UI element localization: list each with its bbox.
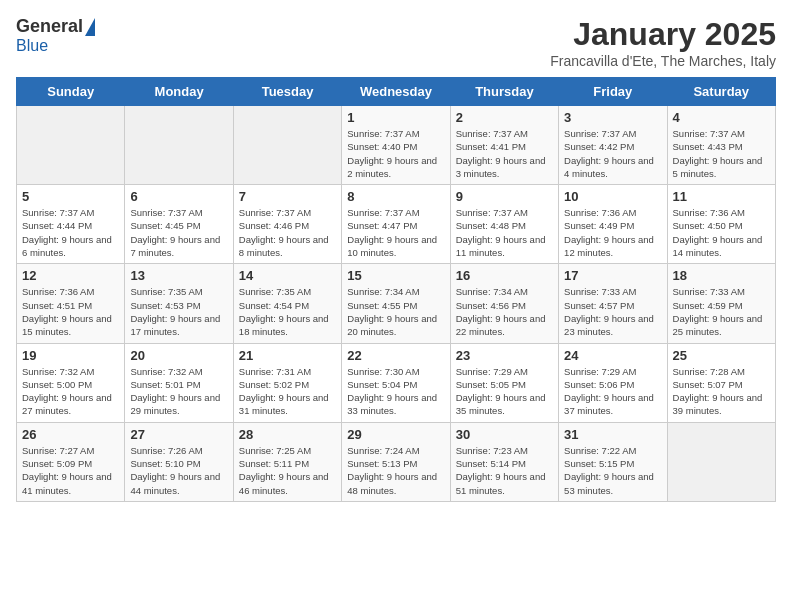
header: General Blue January 2025 Francavilla d'…: [16, 16, 776, 69]
calendar-cell: 4Sunrise: 7:37 AMSunset: 4:43 PMDaylight…: [667, 106, 775, 185]
day-number: 6: [130, 189, 227, 204]
calendar-cell: 23Sunrise: 7:29 AMSunset: 5:05 PMDayligh…: [450, 343, 558, 422]
calendar-cell: 31Sunrise: 7:22 AMSunset: 5:15 PMDayligh…: [559, 422, 667, 501]
day-number: 30: [456, 427, 553, 442]
weekday-header-monday: Monday: [125, 78, 233, 106]
day-number: 29: [347, 427, 444, 442]
calendar-cell: 19Sunrise: 7:32 AMSunset: 5:00 PMDayligh…: [17, 343, 125, 422]
day-info: Sunrise: 7:23 AMSunset: 5:14 PMDaylight:…: [456, 444, 553, 497]
day-info: Sunrise: 7:37 AMSunset: 4:41 PMDaylight:…: [456, 127, 553, 180]
day-number: 31: [564, 427, 661, 442]
weekday-header-thursday: Thursday: [450, 78, 558, 106]
weekday-header-friday: Friday: [559, 78, 667, 106]
day-number: 7: [239, 189, 336, 204]
day-info: Sunrise: 7:34 AMSunset: 4:56 PMDaylight:…: [456, 285, 553, 338]
location-subtitle: Francavilla d'Ete, The Marches, Italy: [550, 53, 776, 69]
calendar-cell: 14Sunrise: 7:35 AMSunset: 4:54 PMDayligh…: [233, 264, 341, 343]
day-info: Sunrise: 7:27 AMSunset: 5:09 PMDaylight:…: [22, 444, 119, 497]
calendar-cell: 6Sunrise: 7:37 AMSunset: 4:45 PMDaylight…: [125, 185, 233, 264]
day-number: 4: [673, 110, 770, 125]
day-number: 15: [347, 268, 444, 283]
calendar-cell: 7Sunrise: 7:37 AMSunset: 4:46 PMDaylight…: [233, 185, 341, 264]
day-info: Sunrise: 7:29 AMSunset: 5:05 PMDaylight:…: [456, 365, 553, 418]
day-number: 24: [564, 348, 661, 363]
calendar-cell: 20Sunrise: 7:32 AMSunset: 5:01 PMDayligh…: [125, 343, 233, 422]
calendar-cell: [125, 106, 233, 185]
day-info: Sunrise: 7:37 AMSunset: 4:43 PMDaylight:…: [673, 127, 770, 180]
calendar-cell: 2Sunrise: 7:37 AMSunset: 4:41 PMDaylight…: [450, 106, 558, 185]
day-info: Sunrise: 7:32 AMSunset: 5:01 PMDaylight:…: [130, 365, 227, 418]
calendar-cell: 12Sunrise: 7:36 AMSunset: 4:51 PMDayligh…: [17, 264, 125, 343]
day-info: Sunrise: 7:25 AMSunset: 5:11 PMDaylight:…: [239, 444, 336, 497]
calendar-cell: 5Sunrise: 7:37 AMSunset: 4:44 PMDaylight…: [17, 185, 125, 264]
calendar-cell: 27Sunrise: 7:26 AMSunset: 5:10 PMDayligh…: [125, 422, 233, 501]
calendar-cell: 13Sunrise: 7:35 AMSunset: 4:53 PMDayligh…: [125, 264, 233, 343]
calendar-cell: 30Sunrise: 7:23 AMSunset: 5:14 PMDayligh…: [450, 422, 558, 501]
day-info: Sunrise: 7:30 AMSunset: 5:04 PMDaylight:…: [347, 365, 444, 418]
day-number: 19: [22, 348, 119, 363]
day-info: Sunrise: 7:37 AMSunset: 4:42 PMDaylight:…: [564, 127, 661, 180]
day-info: Sunrise: 7:35 AMSunset: 4:54 PMDaylight:…: [239, 285, 336, 338]
day-number: 10: [564, 189, 661, 204]
day-info: Sunrise: 7:24 AMSunset: 5:13 PMDaylight:…: [347, 444, 444, 497]
calendar-cell: 21Sunrise: 7:31 AMSunset: 5:02 PMDayligh…: [233, 343, 341, 422]
day-info: Sunrise: 7:31 AMSunset: 5:02 PMDaylight:…: [239, 365, 336, 418]
logo-blue-text: Blue: [16, 37, 48, 55]
calendar-cell: 25Sunrise: 7:28 AMSunset: 5:07 PMDayligh…: [667, 343, 775, 422]
logo-general-text: General: [16, 16, 83, 37]
day-number: 12: [22, 268, 119, 283]
logo: General Blue: [16, 16, 95, 55]
calendar-cell: 24Sunrise: 7:29 AMSunset: 5:06 PMDayligh…: [559, 343, 667, 422]
day-number: 5: [22, 189, 119, 204]
calendar-cell: 11Sunrise: 7:36 AMSunset: 4:50 PMDayligh…: [667, 185, 775, 264]
calendar-cell: 3Sunrise: 7:37 AMSunset: 4:42 PMDaylight…: [559, 106, 667, 185]
day-info: Sunrise: 7:34 AMSunset: 4:55 PMDaylight:…: [347, 285, 444, 338]
calendar-cell: 16Sunrise: 7:34 AMSunset: 4:56 PMDayligh…: [450, 264, 558, 343]
calendar-cell: 26Sunrise: 7:27 AMSunset: 5:09 PMDayligh…: [17, 422, 125, 501]
calendar-week-row: 19Sunrise: 7:32 AMSunset: 5:00 PMDayligh…: [17, 343, 776, 422]
day-number: 2: [456, 110, 553, 125]
day-info: Sunrise: 7:36 AMSunset: 4:50 PMDaylight:…: [673, 206, 770, 259]
day-number: 21: [239, 348, 336, 363]
calendar-cell: 1Sunrise: 7:37 AMSunset: 4:40 PMDaylight…: [342, 106, 450, 185]
day-info: Sunrise: 7:33 AMSunset: 4:59 PMDaylight:…: [673, 285, 770, 338]
weekday-header-sunday: Sunday: [17, 78, 125, 106]
calendar-table: SundayMondayTuesdayWednesdayThursdayFrid…: [16, 77, 776, 502]
day-number: 17: [564, 268, 661, 283]
day-number: 11: [673, 189, 770, 204]
logo-triangle-icon: [85, 18, 95, 36]
day-number: 26: [22, 427, 119, 442]
calendar-cell: [17, 106, 125, 185]
weekday-header-row: SundayMondayTuesdayWednesdayThursdayFrid…: [17, 78, 776, 106]
day-number: 22: [347, 348, 444, 363]
day-number: 1: [347, 110, 444, 125]
day-info: Sunrise: 7:37 AMSunset: 4:40 PMDaylight:…: [347, 127, 444, 180]
day-info: Sunrise: 7:37 AMSunset: 4:44 PMDaylight:…: [22, 206, 119, 259]
calendar-cell: [233, 106, 341, 185]
day-number: 25: [673, 348, 770, 363]
weekday-header-saturday: Saturday: [667, 78, 775, 106]
weekday-header-wednesday: Wednesday: [342, 78, 450, 106]
day-number: 8: [347, 189, 444, 204]
title-area: January 2025 Francavilla d'Ete, The Marc…: [550, 16, 776, 69]
calendar-cell: 22Sunrise: 7:30 AMSunset: 5:04 PMDayligh…: [342, 343, 450, 422]
day-number: 28: [239, 427, 336, 442]
calendar-cell: 28Sunrise: 7:25 AMSunset: 5:11 PMDayligh…: [233, 422, 341, 501]
day-info: Sunrise: 7:33 AMSunset: 4:57 PMDaylight:…: [564, 285, 661, 338]
calendar-cell: 17Sunrise: 7:33 AMSunset: 4:57 PMDayligh…: [559, 264, 667, 343]
day-info: Sunrise: 7:26 AMSunset: 5:10 PMDaylight:…: [130, 444, 227, 497]
day-info: Sunrise: 7:22 AMSunset: 5:15 PMDaylight:…: [564, 444, 661, 497]
calendar-week-row: 5Sunrise: 7:37 AMSunset: 4:44 PMDaylight…: [17, 185, 776, 264]
calendar-cell: 8Sunrise: 7:37 AMSunset: 4:47 PMDaylight…: [342, 185, 450, 264]
day-number: 3: [564, 110, 661, 125]
calendar-cell: 18Sunrise: 7:33 AMSunset: 4:59 PMDayligh…: [667, 264, 775, 343]
calendar-week-row: 12Sunrise: 7:36 AMSunset: 4:51 PMDayligh…: [17, 264, 776, 343]
day-number: 14: [239, 268, 336, 283]
month-title: January 2025: [550, 16, 776, 53]
calendar-cell: 9Sunrise: 7:37 AMSunset: 4:48 PMDaylight…: [450, 185, 558, 264]
day-number: 23: [456, 348, 553, 363]
calendar-cell: 15Sunrise: 7:34 AMSunset: 4:55 PMDayligh…: [342, 264, 450, 343]
day-info: Sunrise: 7:29 AMSunset: 5:06 PMDaylight:…: [564, 365, 661, 418]
day-info: Sunrise: 7:37 AMSunset: 4:46 PMDaylight:…: [239, 206, 336, 259]
day-info: Sunrise: 7:28 AMSunset: 5:07 PMDaylight:…: [673, 365, 770, 418]
